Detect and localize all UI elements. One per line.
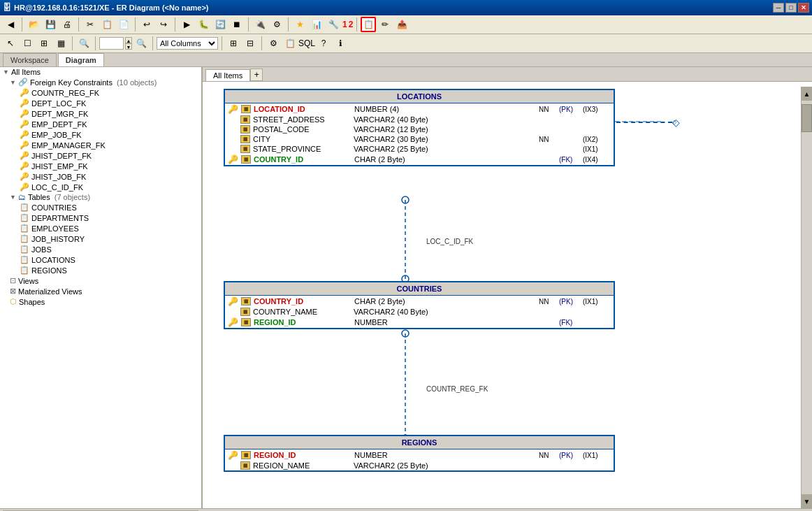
column-display-select[interactable]: All Columns Key Columns No Columns [157,37,218,50]
col-type-city: VARCHAR2 (30 Byte) [354,135,536,143]
tb-undo-button[interactable]: ↩ [139,17,154,32]
tb2-view-button[interactable]: 📋 [282,36,298,51]
tab-add-button[interactable]: + [250,69,263,81]
tb-monitor-button[interactable]: 📊 [309,17,324,32]
col-type-r-region-id: NUMBER [354,451,536,459]
zoom-down[interactable]: ▼ [125,43,132,50]
tb2-zoom-fit-button[interactable]: 🔍 [133,36,149,51]
scroll-track[interactable] [802,101,812,494]
table-item-countries[interactable]: 📋 COUNTRIES [0,202,201,213]
er-table-countries: COUNTRIES 🔑 ▦ COUNTRY_ID CHAR (2 Byte) N… [224,281,615,329]
materialized-views-section[interactable]: ⊠ Materialized Views [0,286,201,296]
zoom-input[interactable]: 112 [99,37,124,50]
views-section[interactable]: ⊡ Views [0,275,201,286]
col-name-r-region-id: REGION_ID [254,451,351,459]
fk-item-emp-job[interactable]: 🔑 EMP_JOB_FK [0,129,201,140]
tb-print-button[interactable]: 🖨 [59,17,75,32]
fk-icon-3: 🔑 [20,109,29,118]
bottom-bar: ◀ ▶ [0,508,812,511]
scroll-thumb[interactable] [802,104,812,132]
tb2-search-button[interactable]: 🔍 [76,36,92,51]
tb-connect-button[interactable]: 🔌 [252,17,268,32]
fk-item-emp-dept[interactable]: 🔑 EMP_DEPT_FK [0,119,201,129]
minimize-button[interactable]: ─ [773,3,784,13]
table-item-jobs[interactable]: 📋 JOBS [0,244,201,254]
tb-cut-button[interactable]: ✂ [82,17,98,32]
col-name-c-country-id: COUNTRY_ID [254,297,351,305]
tb-highlight-button[interactable]: ★ [292,17,307,32]
locations-row-state: ▦ STATE_PROVINCE VARCHAR2 (25 Byte) (IX1… [225,144,614,154]
tb-tools-button[interactable]: 🔧 [326,17,341,32]
tb2-sql-button[interactable]: SQL [299,36,314,51]
col-name-country-name: COUNTRY_NAME [253,308,351,316]
tb-save-button[interactable]: 💾 [43,17,58,32]
fk-section-label: Foreign Key Constraints [30,78,113,87]
fk-item-emp-manager[interactable]: 🔑 EMP_MANAGER_FK [0,140,201,150]
scroll-down-btn[interactable]: ▼ [802,494,812,508]
nav-tab-diagram[interactable]: Diagram [58,53,104,66]
col-type-country-name: VARCHAR2 (40 Byte) [354,308,536,316]
tb2-align-button[interactable]: ⊟ [242,36,258,51]
tb2-box-button[interactable]: ☐ [20,36,35,51]
table-item-regions[interactable]: 📋 REGIONS [0,265,201,275]
canvas-area[interactable]: All Items + LOC_C_ID_FK COUNTR_REG_FK [203,67,812,508]
tb-cancel-button[interactable]: ⏹ [229,17,245,32]
tb-edit-button[interactable]: ✏ [377,17,393,32]
tb2-table-button[interactable]: ⊞ [36,36,52,51]
tb2-filter-button[interactable]: ⚙ [266,36,281,51]
fk-item-dept-mgr[interactable]: 🔑 DEPT_MGR_FK [0,108,201,119]
nav-tab-workspace[interactable]: Workspace [3,53,57,66]
fk-section[interactable]: ▼ 🔗 Foreign Key Constraints (10 objects) [0,77,201,87]
tb-refresh-button[interactable]: 🔄 [212,17,228,32]
col-ix-c-country-id: (IX1) [583,298,611,305]
tables-expand-icon: ▼ [10,194,16,201]
table-item-departments[interactable]: 📋 DEPARTMENTS [0,213,201,223]
tb-redo-button[interactable]: ↪ [156,17,171,32]
table-icon-regions: 📋 [20,266,29,275]
tree-root[interactable]: ▼ All Items [0,67,201,77]
tb-export-button[interactable]: 📤 [394,17,409,32]
diagram-canvas[interactable]: LOC_C_ID_FK COUNTR_REG_FK ◇ LOCATIONS 🔑 … [203,82,812,508]
fk-item-loc-c-id[interactable]: 🔑 LOC_C_ID_FK [0,182,201,192]
toolbar-row-2: ↖ ☐ ⊞ ▦ 🔍 112 ▲ ▼ 🔍 All Columns Key Colu… [0,34,812,53]
tb2-help-button[interactable]: ? [316,36,331,51]
tb-settings-button[interactable]: ⚙ [269,17,284,32]
maximize-button[interactable]: □ [785,3,797,13]
shapes-section[interactable]: ⬡ Shapes [0,296,201,307]
table-icon-location-id: ▦ [241,105,251,113]
tables-section[interactable]: ▼ 🗂 Tables (7 objects) [0,192,201,202]
tb-copy-button[interactable]: 📋 [99,17,115,32]
fk-item-countr-reg[interactable]: 🔑 COUNTR_REG_FK [0,87,201,98]
fk-item-jhist-job[interactable]: 🔑 JHIST_JOB_FK [0,171,201,182]
tb-open-button[interactable]: 📂 [26,17,41,32]
fk-item-jhist-dept[interactable]: 🔑 JHIST_DEPT_FK [0,150,201,161]
materialized-views-icon: ⊠ [10,287,16,296]
tb-active-button[interactable]: 📋 [361,17,376,32]
sep1 [22,17,22,31]
tab-all-items[interactable]: All Items [205,69,250,81]
countries-header: COUNTRIES [225,282,614,296]
zoom-up[interactable]: ▲ [125,37,132,43]
col-type-c-country-id: CHAR (2 Byte) [354,297,536,305]
tb-back-button[interactable]: ◀ [3,17,18,32]
v-scrollbar[interactable]: ▲ ▼ [801,87,812,508]
close-button[interactable]: ✕ [798,3,809,13]
table-item-locations[interactable]: 📋 LOCATIONS [0,254,201,265]
tb-run-button[interactable]: ▶ [179,17,194,32]
zoom-stepper[interactable]: ▲ ▼ [125,37,132,50]
table-item-employees[interactable]: 📋 EMPLOYEES [0,223,201,233]
tb2-info-button[interactable]: ℹ [333,36,348,51]
tables-section-label: Tables [28,193,50,201]
tb2-auto-layout-button[interactable]: ⊞ [226,36,241,51]
step-badge-1: 1 [342,20,347,29]
tb2-grid-button[interactable]: ▦ [53,36,68,51]
fk-item-dept-loc[interactable]: 🔑 DEPT_LOC_FK [0,98,201,108]
fk-item-jhist-emp[interactable]: 🔑 JHIST_EMP_FK [0,161,201,171]
table-item-job-history[interactable]: 📋 JOB_HISTORY [0,233,201,244]
table-icon-employees: 📋 [20,224,29,233]
scroll-up-btn[interactable]: ▲ [802,87,812,101]
locations-header: LOCATIONS [225,90,614,103]
tb-paste-button[interactable]: 📄 [116,17,131,32]
tb-debug-button[interactable]: 🐛 [196,17,211,32]
tb2-pointer-button[interactable]: ↖ [3,36,18,51]
